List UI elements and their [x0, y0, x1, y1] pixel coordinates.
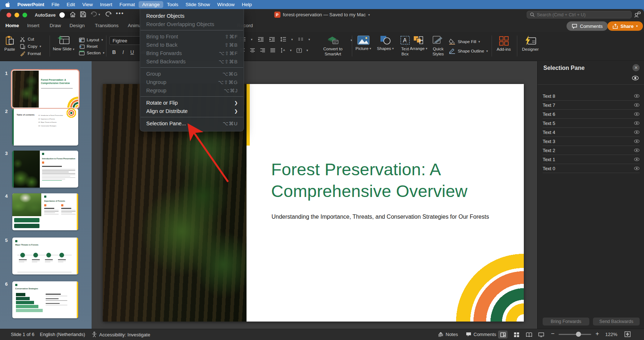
- menu-insert[interactable]: Insert: [96, 1, 116, 8]
- bullet-chevron-icon[interactable]: ▾: [251, 38, 253, 41]
- slide-thumbnail-3[interactable]: Introduction to Forest Preservation: [12, 151, 78, 188]
- underline-button[interactable]: U: [130, 49, 134, 55]
- columns-chevron-icon[interactable]: ▾: [308, 38, 310, 41]
- menu-help[interactable]: Help: [238, 1, 256, 8]
- search-field[interactable]: [527, 11, 632, 18]
- notes-toggle[interactable]: Notes: [438, 332, 458, 337]
- format-painter-button[interactable]: Format: [20, 51, 41, 56]
- accessibility-status[interactable]: Accessibility: Investigate: [92, 332, 150, 337]
- slideshow-view-button[interactable]: [536, 331, 546, 339]
- menu-item-align-or-distribute[interactable]: Align or Distribute❯: [140, 107, 244, 115]
- menu-format[interactable]: Format: [116, 1, 139, 8]
- minimize-window-button[interactable]: [14, 13, 19, 17]
- shape-fill-button[interactable]: Shape Fill ▾: [449, 39, 488, 45]
- arrange-button[interactable]: Arrange▾: [410, 32, 427, 61]
- text-box-button[interactable]: A Text Box: [400, 32, 411, 57]
- columns-icon[interactable]: [298, 37, 303, 41]
- convert-to-smartart-button[interactable]: Convert to SmartArt: [316, 32, 350, 57]
- share-button[interactable]: Share ▾: [607, 21, 643, 31]
- bold-button[interactable]: B: [112, 49, 116, 55]
- comments-button[interactable]: Comments: [567, 21, 608, 31]
- normal-view-button[interactable]: [498, 331, 508, 339]
- paste-button[interactable]: Paste: [4, 32, 15, 61]
- section-button[interactable]: Section ▾: [79, 51, 105, 55]
- quick-styles-button[interactable]: Quick Styles: [432, 32, 444, 61]
- tab-home[interactable]: Home: [5, 23, 19, 28]
- selection-pane-item[interactable]: Text 1: [543, 155, 640, 164]
- save-icon[interactable]: [80, 11, 86, 17]
- search-input[interactable]: [537, 12, 628, 17]
- selection-pane-item[interactable]: Text 2: [543, 146, 640, 155]
- menu-edit[interactable]: Edit: [63, 1, 79, 8]
- slide-thumbnail-6[interactable]: Conservation Strategies: [12, 281, 78, 318]
- zoom-in-button[interactable]: +: [595, 330, 599, 337]
- slide-counter[interactable]: Slide 1 of 6: [11, 332, 34, 337]
- menu-window[interactable]: Window: [214, 1, 238, 8]
- slide-subtitle-text[interactable]: Understanding the Importance, Threats, a…: [272, 214, 503, 220]
- shape-outline-button[interactable]: Shape Outline ▾: [449, 48, 488, 54]
- eye-icon[interactable]: [634, 130, 640, 134]
- layout-button[interactable]: Layout ▾: [79, 38, 105, 42]
- selection-pane-item[interactable]: Text 7: [543, 101, 640, 110]
- justify-icon[interactable]: [270, 48, 275, 53]
- slide-corner-arcs[interactable]: [451, 249, 524, 322]
- reading-view-button[interactable]: [524, 331, 534, 339]
- text-direction-icon[interactable]: A: [280, 48, 285, 53]
- menu-file[interactable]: File: [48, 1, 63, 8]
- menu-view[interactable]: View: [79, 1, 96, 8]
- align-text-chevron-icon[interactable]: ▾: [307, 49, 308, 52]
- selection-pane-item[interactable]: Text 3: [543, 137, 640, 146]
- zoom-level[interactable]: 122%: [605, 332, 617, 337]
- zoom-slider[interactable]: [559, 334, 591, 335]
- menu-powerpoint[interactable]: PowerPoint: [14, 1, 48, 8]
- undo-chevron-icon[interactable]: ▾: [98, 13, 100, 16]
- selection-pane-item[interactable]: Text 5: [543, 119, 640, 128]
- eye-icon[interactable]: [634, 103, 640, 107]
- shapes-button[interactable]: Shapes▾: [377, 32, 394, 57]
- send-backwards-button[interactable]: Send Backwards: [593, 318, 640, 326]
- slide-thumbnail-2[interactable]: Table of contents 01 Introduction to For…: [12, 109, 78, 146]
- more-commands-icon[interactable]: •••: [116, 10, 124, 17]
- menu-arrange[interactable]: Arrange: [139, 1, 163, 8]
- apple-menu-icon[interactable]: [5, 2, 10, 8]
- comments-toggle[interactable]: Comments: [466, 332, 496, 337]
- doc-title-chevron-icon[interactable]: ▾: [368, 13, 370, 17]
- eye-icon[interactable]: [634, 94, 640, 98]
- presenter-coaching-icon[interactable]: [634, 11, 641, 18]
- zoom-window-button[interactable]: [22, 13, 27, 17]
- zoom-slider-knob[interactable]: [576, 332, 581, 337]
- selection-pane-item[interactable]: Text 6: [543, 110, 640, 119]
- menu-item-reorder-objects[interactable]: Reorder Objects: [140, 12, 244, 20]
- slide-thumbnail-5[interactable]: Major Threats to Forests: [12, 238, 78, 274]
- eye-icon[interactable]: [634, 121, 640, 125]
- tab-design[interactable]: Design: [70, 23, 85, 28]
- tab-draw[interactable]: Draw: [50, 23, 61, 28]
- menu-item-rotate-or-flip[interactable]: Rotate or Flip❯: [140, 98, 244, 107]
- redo-icon[interactable]: [105, 11, 112, 17]
- eye-icon[interactable]: [634, 167, 640, 170]
- outdent-icon[interactable]: [258, 37, 264, 42]
- zoom-out-button[interactable]: −: [551, 330, 555, 337]
- line-spacing-icon[interactable]: [280, 37, 286, 42]
- designer-button[interactable]: Designer: [522, 32, 539, 51]
- italic-button[interactable]: I: [122, 49, 124, 55]
- menu-slide-show[interactable]: Slide Show: [182, 1, 214, 8]
- picture-button[interactable]: Picture▾: [355, 32, 371, 57]
- copy-button[interactable]: Copy ▾: [20, 44, 41, 49]
- selection-pane-close-icon[interactable]: ✕: [632, 64, 640, 71]
- selection-pane-item[interactable]: Text 8: [543, 92, 640, 101]
- slide-sorter-view-button[interactable]: [512, 331, 521, 339]
- menu-item-selection-pane[interactable]: Selection Pane...⌥⌘U: [140, 119, 244, 127]
- indent-icon[interactable]: [269, 37, 275, 42]
- eye-icon[interactable]: [634, 148, 640, 152]
- slide-thumbnail-1[interactable]: Forest Preservation: A Comprehensive Ove…: [12, 71, 78, 108]
- cut-button[interactable]: Cut: [20, 37, 41, 42]
- align-text-vertical-icon[interactable]: [296, 48, 302, 53]
- eye-icon[interactable]: [634, 158, 640, 161]
- tab-insert[interactable]: Insert: [27, 23, 39, 28]
- align-center-icon[interactable]: [250, 48, 255, 53]
- bring-forwards-button[interactable]: Bring Forwards: [543, 318, 589, 326]
- selection-pane-item[interactable]: Text 0: [543, 164, 640, 173]
- align-right-icon[interactable]: [260, 48, 265, 53]
- fit-to-window-button[interactable]: [624, 331, 631, 337]
